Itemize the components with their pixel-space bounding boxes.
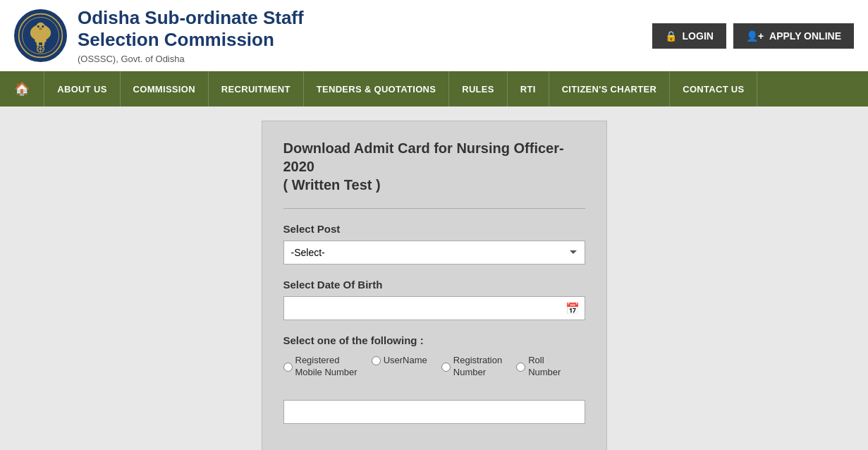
svg-rect-5 (37, 42, 39, 47)
radio-group-label: Select one of the following : (283, 334, 585, 346)
org-logo (14, 9, 67, 62)
svg-rect-6 (42, 42, 44, 47)
nav-recruitment[interactable]: RECRUITMENT (209, 71, 304, 107)
nav-home[interactable]: 🏠 (0, 71, 44, 107)
nav-tenders[interactable]: TENDERS & QUOTATIONS (304, 71, 449, 107)
header-actions: 🔒 LOGIN 👤+ APPLY ONLINE (652, 23, 854, 49)
admit-card-form: Download Admit Card for Nursing Officer-… (262, 121, 607, 450)
lock-icon: 🔒 (665, 30, 677, 42)
header-title-block: Odisha Sub-ordinate Staff Selection Comm… (78, 7, 304, 64)
svg-point-8 (42, 25, 44, 28)
radio-option-roll: RollNumber (516, 355, 561, 379)
radio-roll[interactable] (516, 363, 525, 372)
search-value-input[interactable] (283, 400, 585, 424)
form-divider (283, 208, 585, 209)
select-dob-label: Select Date Of Birth (283, 279, 585, 291)
nav-contact-us[interactable]: CONTACT US (670, 71, 757, 107)
apply-online-button[interactable]: 👤+ APPLY ONLINE (733, 23, 854, 49)
nav-rti[interactable]: RTI (508, 71, 549, 107)
dob-input[interactable] (283, 296, 585, 320)
form-title: Download Admit Card for Nursing Officer-… (283, 139, 585, 194)
org-name: Odisha Sub-ordinate Staff Selection Comm… (78, 7, 304, 51)
radio-registration-label[interactable]: RegistrationNumber (453, 355, 502, 379)
radio-option-username: UserName (372, 355, 427, 379)
radio-username-label[interactable]: UserName (384, 355, 427, 367)
nav-about-us[interactable]: ABOUT US (44, 71, 120, 107)
date-input-wrapper: 📅 (283, 296, 585, 320)
radio-group: Select one of the following : Registered… (283, 334, 585, 379)
radio-option-mobile: RegisteredMobile Number (283, 355, 357, 379)
svg-rect-4 (35, 38, 46, 43)
nav-citizens-charter[interactable]: CITIZEN'S CHARTER (549, 71, 671, 107)
svg-point-9 (39, 28, 42, 30)
select-dob-group: Select Date Of Birth 📅 (283, 279, 585, 320)
svg-point-7 (37, 25, 39, 28)
radio-username[interactable] (372, 356, 381, 365)
site-header: Odisha Sub-ordinate Staff Selection Comm… (0, 0, 868, 71)
main-content: Download Admit Card for Nursing Officer-… (0, 107, 868, 450)
person-plus-icon: 👤+ (746, 30, 764, 42)
header-brand: Odisha Sub-ordinate Staff Selection Comm… (14, 7, 304, 64)
select-post-label: Select Post (283, 223, 585, 235)
select-post-group: Select Post -Select- (283, 223, 585, 264)
radio-mobile[interactable] (283, 363, 293, 372)
nav-rules[interactable]: RULES (449, 71, 508, 107)
select-post-dropdown[interactable]: -Select- (283, 241, 585, 264)
radio-mobile-label[interactable]: RegisteredMobile Number (295, 355, 357, 379)
login-button[interactable]: 🔒 LOGIN (652, 23, 726, 49)
main-navbar: 🏠 ABOUT US COMMISSION RECRUITMENT TENDER… (0, 71, 868, 107)
radio-registration[interactable] (441, 363, 451, 372)
search-value-group (283, 393, 585, 424)
nav-commission[interactable]: COMMISSION (121, 71, 209, 107)
radio-option-registration: RegistrationNumber (441, 355, 502, 379)
radio-options-container: RegisteredMobile Number UserName Registr… (283, 355, 585, 379)
radio-roll-label[interactable]: RollNumber (528, 355, 561, 379)
org-subtitle: (OSSSC), Govt. of Odisha (78, 54, 304, 64)
